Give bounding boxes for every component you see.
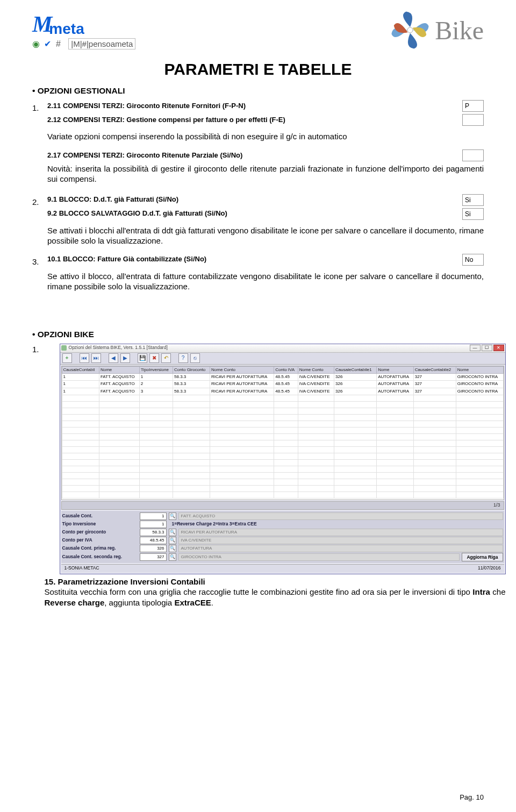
help-icon[interactable]: ? bbox=[178, 353, 188, 363]
next-icon[interactable]: ▶ bbox=[120, 353, 130, 363]
table-row bbox=[62, 473, 503, 479]
table-row bbox=[62, 447, 503, 453]
grid-header[interactable]: Nome bbox=[456, 366, 503, 373]
field-211-input[interactable] bbox=[462, 100, 484, 112]
table-row[interactable]: 1FATT. ACQUISTO358.3.3RICAVI PER AUTOFAT… bbox=[62, 388, 503, 395]
lookup-icon[interactable]: 🔍 bbox=[169, 545, 176, 552]
grid-header[interactable]: CausaleContabile1 bbox=[334, 366, 377, 373]
field-101-input[interactable] bbox=[462, 254, 484, 266]
field-211-label: 2.11 COMPENSI TERZI: Giroconto Ritenute … bbox=[47, 102, 462, 111]
table-row bbox=[62, 421, 503, 428]
text-1a: Variate opzioni compensi inserendo la po… bbox=[47, 131, 484, 142]
fp-prima-label: Causale Cont. prima reg. bbox=[62, 545, 138, 551]
fp-iva-desc: IVA C/VENDITE bbox=[178, 537, 503, 544]
table-row bbox=[62, 453, 503, 460]
field-91-label: 9.1 BLOCCO: D.d.T. già Fatturati (Si/No) bbox=[47, 195, 462, 204]
pager: 1/3 bbox=[61, 501, 504, 510]
table-row[interactable]: 1FATT. ACQUISTO158.3.3RICAVI PER AUTOFAT… bbox=[62, 373, 503, 380]
status-right: 11/07/2016 bbox=[478, 565, 501, 572]
section-gestionali: OPZIONI GESTIONALI bbox=[32, 86, 484, 96]
exit-icon[interactable]: ⎋ bbox=[190, 353, 200, 363]
page-title: PARAMETRI E TABELLE bbox=[32, 60, 484, 79]
text-2: Se attivati i blocchi all'entrata di ddt… bbox=[47, 225, 484, 246]
field-92-label: 9.2 BLOCCO SALVATAGGIO D.d.T. già Fattur… bbox=[47, 209, 462, 218]
hash-icon: # bbox=[56, 39, 62, 48]
toolbar: + ⏮ ⏭ ◀ ▶ 💾 ✖ ↶ ? ⎋ bbox=[60, 353, 505, 365]
fp-tipo-label: Tipo Inversione bbox=[62, 521, 138, 527]
item2-num: 2. bbox=[32, 194, 42, 206]
table-row bbox=[62, 434, 503, 440]
fp-tipo-input[interactable] bbox=[140, 521, 167, 528]
prev-icon[interactable]: ◀ bbox=[109, 353, 118, 363]
fp-causale-input[interactable] bbox=[140, 512, 167, 520]
bike-item-text: Sostituita vecchia form con una griglia … bbox=[45, 587, 506, 608]
maximize-button[interactable]: ☐ bbox=[482, 345, 492, 351]
field-92-input[interactable] bbox=[462, 208, 484, 220]
grid-header[interactable]: Nome Conto bbox=[298, 366, 334, 373]
last-icon[interactable]: ⏭ bbox=[91, 353, 101, 363]
bike-item-num: 1. bbox=[32, 344, 39, 354]
fp-seconda-input[interactable] bbox=[140, 553, 167, 561]
table-row bbox=[62, 428, 503, 434]
bike-brand: Bike bbox=[435, 16, 484, 45]
bike-window: Opzioni del Sistema BIKE, Vers. 1.5.1 [S… bbox=[60, 344, 506, 574]
meta-m-icon: M bbox=[32, 11, 50, 37]
grid-header[interactable]: Nome bbox=[99, 366, 139, 373]
field-212-input[interactable] bbox=[462, 114, 484, 126]
item1-num: 1. bbox=[32, 100, 42, 112]
field-91-input[interactable] bbox=[462, 194, 484, 206]
data-grid[interactable]: CausaleContabilNomeTipoInversioneConto G… bbox=[61, 366, 504, 500]
window-title: Opzioni del Sistema BIKE, Vers. 1.5.1 [S… bbox=[69, 345, 168, 351]
field-217-input[interactable] bbox=[462, 149, 484, 161]
close-button[interactable]: ✕ bbox=[493, 345, 504, 351]
grid-header[interactable]: CausaleContabile2 bbox=[413, 366, 456, 373]
delete-icon[interactable]: ✖ bbox=[149, 353, 159, 363]
fp-iva-input[interactable] bbox=[140, 537, 167, 544]
fp-prima-desc: AUTOFATTURA bbox=[178, 545, 503, 552]
table-row bbox=[62, 440, 503, 447]
undo-icon[interactable]: ↶ bbox=[161, 353, 171, 363]
table-row bbox=[62, 492, 503, 498]
status-left: 1-SONIA METAC bbox=[64, 565, 99, 572]
text-3: Se attivo il blocco, all'entrata di fatt… bbox=[47, 271, 484, 292]
fp-seconda-label: Causale Cont. seconda reg. bbox=[62, 554, 138, 560]
first-icon[interactable]: ⏮ bbox=[80, 353, 89, 363]
aggiorna-button[interactable]: Aggiorna Riga bbox=[462, 553, 503, 561]
fp-prima-input[interactable] bbox=[140, 545, 167, 552]
grid-header[interactable]: Conto IVA bbox=[274, 366, 298, 373]
meta-text: meta bbox=[49, 20, 84, 38]
item3-num: 3. bbox=[32, 254, 42, 266]
table-row[interactable]: 1FATT. ACQUISTO258.3.3RICAVI PER AUTOFAT… bbox=[62, 381, 503, 388]
grid-header[interactable]: Nome bbox=[377, 366, 414, 373]
lookup-icon[interactable]: 🔍 bbox=[169, 553, 176, 561]
grid-header[interactable]: CausaleContabil bbox=[62, 366, 99, 373]
field-101-label: 10.1 BLOCCO: Fatture Già contabilizzate … bbox=[47, 255, 462, 264]
table-row bbox=[62, 395, 503, 402]
fp-giroconto-input[interactable] bbox=[140, 529, 167, 536]
page-number: Pag. 10 bbox=[460, 793, 484, 801]
fan-icon bbox=[391, 11, 429, 49]
field-217-label: 2.17 COMPENSI TERZI: Giroconto Ritenute … bbox=[47, 151, 462, 159]
fp-causale-label: Causale Cont. bbox=[62, 513, 138, 519]
fp-causale-desc: FATT. ACQUISTO bbox=[178, 512, 503, 520]
lookup-icon[interactable]: 🔍 bbox=[169, 537, 176, 544]
window-icon bbox=[61, 345, 67, 351]
minimize-button[interactable]: — bbox=[470, 345, 481, 351]
save-icon[interactable]: 💾 bbox=[138, 353, 147, 363]
table-row bbox=[62, 486, 503, 492]
grid-header[interactable]: Nome Conto bbox=[210, 366, 274, 373]
table-row bbox=[62, 460, 503, 466]
window-titlebar: Opzioni del Sistema BIKE, Vers. 1.5.1 [S… bbox=[60, 344, 505, 353]
svg-point-0 bbox=[407, 27, 413, 33]
field-212-label: 2.12 COMPENSI TERZI: Gestione compensi p… bbox=[47, 116, 462, 125]
lookup-icon[interactable]: 🔍 bbox=[169, 529, 176, 536]
grid-header[interactable]: Conto Giroconto bbox=[173, 366, 210, 373]
page-header: M meta ◉ ✔ # |M|#|pensoameta Bike bbox=[32, 11, 484, 49]
form-panel: Causale Cont. 🔍 FATT. ACQUISTO Tipo Inve… bbox=[61, 511, 504, 563]
slogan: |M|#|pensoameta bbox=[68, 38, 135, 49]
grid-header[interactable]: TipoInversione bbox=[139, 366, 173, 373]
check-icon: ✔ bbox=[44, 39, 52, 48]
add-icon[interactable]: + bbox=[62, 353, 72, 363]
table-row bbox=[62, 408, 503, 415]
lookup-icon[interactable]: 🔍 bbox=[169, 512, 176, 520]
